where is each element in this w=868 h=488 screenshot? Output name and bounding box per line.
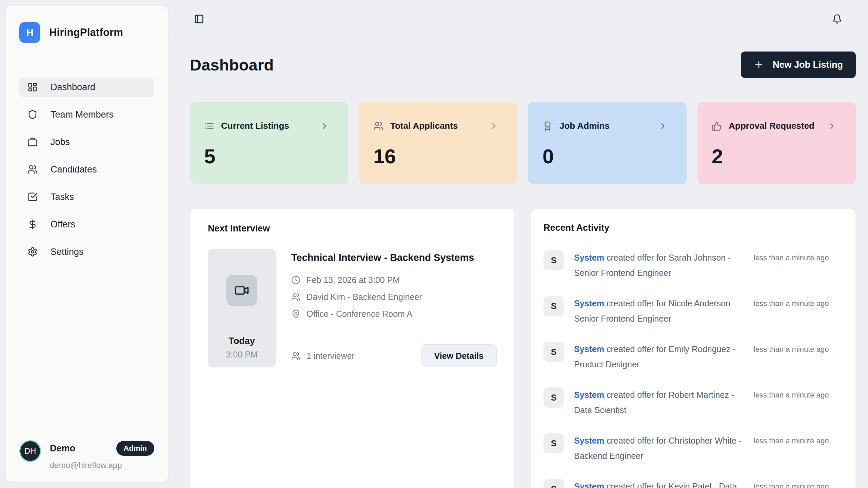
activity-timestamp: less than a minute ago: [754, 391, 829, 400]
stat-card-current-listings[interactable]: Current Listings5: [190, 102, 348, 184]
activity-item: SSystem created offer for Christopher Wh…: [544, 433, 843, 464]
map-pin-icon: [291, 309, 300, 319]
next-interview-card: Next Interview Today 3:00 PM Technical I…: [190, 209, 515, 488]
sidebar-item-label: Tasks: [51, 192, 74, 202]
stat-value: 2: [712, 145, 837, 168]
stat-label: Total Applicants: [390, 121, 458, 131]
activity-actor-link[interactable]: System: [574, 253, 604, 262]
briefcase-icon: [27, 137, 38, 147]
interview-details: Technical Interview - Backend Systems Fe…: [291, 249, 497, 367]
sidebar-item-label: Team Members: [51, 109, 114, 120]
interview-person: David Kim - Backend Engineer: [291, 292, 497, 302]
sidebar-item-candidates[interactable]: Candidates: [19, 160, 154, 179]
stats-row: Current Listings5Total Applicants16Job A…: [190, 102, 856, 184]
sidebar-item-label: Offers: [51, 219, 75, 230]
activity-timestamp: less than a minute ago: [754, 345, 829, 354]
chevron-right-icon: [827, 121, 837, 131]
activity-text: System created offer for Nicole Anderson…: [574, 296, 744, 326]
stat-value: 16: [373, 145, 498, 168]
users-icon: [373, 121, 383, 131]
activity-avatar: S: [544, 250, 564, 270]
chevron-right-icon: [489, 121, 498, 131]
topbar: [174, 0, 868, 38]
brand-logo: H: [19, 22, 40, 43]
activity-avatar: S: [544, 342, 564, 362]
activity-timestamp: less than a minute ago: [754, 482, 829, 488]
layout-dashboard-icon: [27, 82, 38, 92]
brand-name: HiringPlatform: [49, 26, 123, 39]
plus-icon: [754, 60, 764, 70]
activity-text: System created offer for Emily Rodriguez…: [574, 342, 744, 372]
list-icon: [204, 121, 214, 131]
sidebar-item-label: Settings: [51, 247, 84, 257]
activity-item: SSystem created offer for Nicole Anderso…: [544, 296, 843, 326]
page-title: Dashboard: [190, 56, 274, 74]
activity-item: SSystem created offer for Sarah Johnson …: [544, 250, 843, 281]
stat-card-approval-requested[interactable]: Approval Requested2: [697, 102, 856, 184]
stat-value: 5: [204, 145, 329, 168]
activity-actor-link[interactable]: System: [574, 390, 604, 400]
interview-location: Office - Conference Room A: [291, 309, 497, 319]
activity-text: System created offer for Robert Martinez…: [574, 387, 744, 418]
stat-label: Approval Requested: [729, 121, 814, 131]
recent-activity-card: Recent Activity SSystem created offer fo…: [531, 209, 856, 488]
chevron-right-icon: [320, 121, 329, 131]
chevron-right-icon: [658, 121, 668, 131]
sidebar-item-offers[interactable]: Offers: [19, 215, 154, 234]
clock-icon: [291, 276, 300, 285]
users-icon: [291, 351, 300, 361]
user-name: Demo: [50, 443, 75, 454]
video-icon: [234, 283, 249, 298]
stat-label: Current Listings: [221, 121, 289, 131]
activity-actor-link[interactable]: System: [574, 482, 604, 488]
main-area: Dashboard New Job Listing Current Listin…: [174, 0, 868, 488]
bell-icon: [832, 14, 842, 24]
activity-item: SSystem created offer for Robert Martine…: [544, 387, 843, 418]
cards-row: Next Interview Today 3:00 PM Technical I…: [190, 209, 856, 488]
activity-avatar: S: [544, 387, 564, 408]
interview-day-panel: Today 3:00 PM: [208, 249, 276, 367]
role-badge: Admin: [116, 441, 154, 456]
sidebar-item-team-members[interactable]: Team Members: [19, 105, 154, 124]
video-tile: [226, 275, 257, 306]
sidebar-item-label: Dashboard: [51, 82, 95, 93]
stat-card-job-admins[interactable]: Job Admins0: [528, 102, 687, 184]
sidebar-item-jobs[interactable]: Jobs: [19, 133, 154, 151]
stat-card-total-applicants[interactable]: Total Applicants16: [359, 102, 517, 184]
stat-label: Job Admins: [559, 121, 610, 131]
users-icon: [291, 292, 300, 302]
sidebar-item-dashboard[interactable]: Dashboard: [19, 78, 154, 97]
new-job-listing-button[interactable]: New Job Listing: [741, 52, 856, 78]
user-profile[interactable]: DH Demo Admin demo@hireflow.app: [19, 432, 154, 470]
activity-actor-link[interactable]: System: [574, 299, 604, 308]
activity-actor-link[interactable]: System: [574, 344, 604, 354]
activity-actor-link[interactable]: System: [574, 436, 604, 445]
recent-activity-title: Recent Activity: [544, 223, 843, 233]
activity-list: SSystem created offer for Sarah Johnson …: [544, 250, 843, 488]
thumbs-up-icon: [712, 121, 722, 131]
sidebar-item-tasks[interactable]: Tasks: [19, 187, 154, 206]
gear-icon: [27, 247, 38, 257]
activity-text: System created offer for Sarah Johnson -…: [574, 250, 744, 281]
activity-text: System created offer for Christopher Whi…: [574, 433, 744, 464]
view-details-button[interactable]: View Details: [421, 344, 497, 367]
stat-value: 0: [542, 145, 668, 168]
activity-timestamp: less than a minute ago: [754, 436, 829, 445]
next-interview-title: Next Interview: [208, 223, 497, 234]
sidebar-spacer: [19, 261, 154, 432]
sidebar-item-label: Jobs: [51, 137, 70, 147]
sidebar-item-label: Candidates: [51, 164, 97, 175]
user-email: demo@hireflow.app: [50, 461, 154, 470]
interviewer-count: 1 interviewer: [291, 351, 355, 361]
activity-avatar: S: [544, 479, 564, 488]
avatar: DH: [19, 440, 41, 462]
sidebar-item-settings[interactable]: Settings: [19, 242, 154, 261]
notifications-button[interactable]: [832, 14, 842, 24]
brand: H HiringPlatform: [19, 22, 154, 43]
activity-text: System created offer for Kevin Patel - D…: [574, 479, 744, 488]
activity-avatar: S: [544, 433, 564, 453]
user-meta: Demo Admin demo@hireflow.app: [50, 440, 154, 470]
shield-icon: [27, 109, 38, 120]
interview-time-label: 3:00 PM: [226, 350, 257, 360]
sidebar-toggle-button[interactable]: [194, 14, 204, 24]
